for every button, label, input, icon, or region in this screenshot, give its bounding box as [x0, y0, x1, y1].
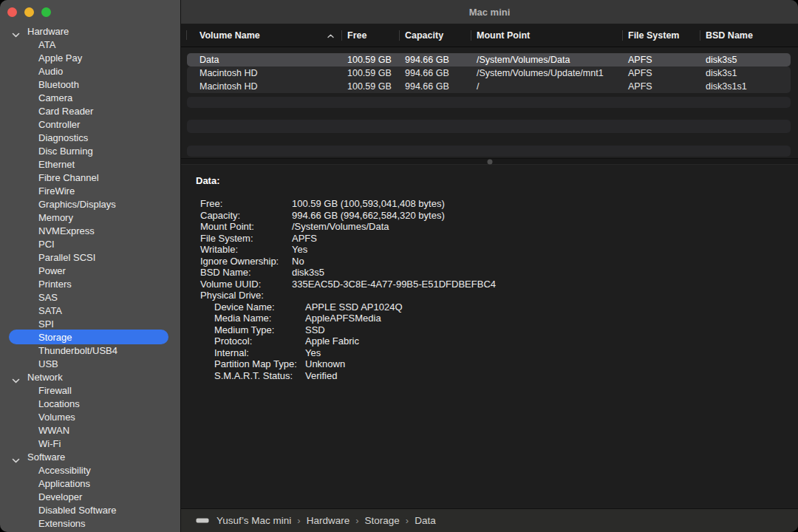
detail-field-value: 335EAC5D-3C8E-4A77-99B5-E51DFDBEFBC4 — [292, 279, 496, 290]
cell-file-system: APFS — [622, 68, 700, 78]
detail-field-value: disk3s5 — [292, 267, 324, 279]
sidebar-item-power[interactable]: Power — [0, 264, 180, 277]
detail-field-value: No — [292, 256, 304, 267]
breadcrumb-item-yusuf-s-mac-mini[interactable]: Yusuf’s Mac mini — [216, 515, 291, 526]
sort-ascending-icon — [327, 30, 334, 41]
sidebar-item-ethernet[interactable]: Ethernet — [0, 157, 180, 171]
breadcrumb-item-data[interactable]: Data — [415, 515, 436, 526]
detail-field-media-name: Media Name:AppleAPFSMedia — [181, 313, 798, 324]
sidebar-item-sas[interactable]: SAS — [0, 290, 180, 304]
detail-field-value: Yes — [292, 244, 307, 256]
sidebar-item-apple-pay[interactable]: Apple Pay — [0, 51, 180, 64]
sidebar-item-wwan[interactable]: WWAN — [0, 423, 180, 437]
sidebar-group-network[interactable]: Network — [0, 370, 180, 383]
sidebar-item-memory[interactable]: Memory — [0, 211, 180, 224]
sidebar-item-ata[interactable]: ATA — [0, 38, 180, 51]
path-bar: Yusuf’s Mac mini›Hardware›Storage›Data — [181, 508, 798, 532]
breadcrumb-item-hardware[interactable]: Hardware — [307, 515, 350, 526]
sidebar-group-hardware[interactable]: Hardware — [0, 24, 180, 38]
sidebar-item-extensions[interactable]: Extensions — [0, 516, 180, 530]
breadcrumb: Yusuf’s Mac mini›Hardware›Storage›Data — [216, 515, 436, 526]
zoom-button[interactable] — [41, 7, 51, 17]
chevron-down-icon — [12, 29, 20, 34]
sidebar-item-sata[interactable]: SATA — [0, 304, 180, 317]
detail-field-protocol: Protocol:Apple Fabric — [181, 335, 798, 347]
detail-field-label: Partition Map Type: — [214, 358, 305, 370]
detail-field-label: Free: — [200, 198, 292, 210]
sidebar-item-printers[interactable]: Printers — [0, 277, 180, 290]
splitter-handle-icon — [487, 159, 492, 164]
sidebar-item-card-reader[interactable]: Card Reader — [0, 104, 180, 117]
breadcrumb-item-storage[interactable]: Storage — [365, 515, 400, 526]
table-row-macintosh-hd-disk3s1[interactable]: Macintosh HD100.59 GB994.66 GB/System/Vo… — [187, 66, 791, 80]
details-title: Data: — [196, 175, 798, 186]
sidebar-item-audio[interactable]: Audio — [0, 64, 180, 78]
sidebar-item-volumes[interactable]: Volumes — [0, 410, 180, 423]
column-header-mount-point[interactable]: Mount Point — [471, 24, 622, 47]
cell-mount-point: /System/Volumes/Update/mnt1 — [471, 68, 622, 78]
detail-field-value: Verified — [305, 370, 337, 382]
detail-field-value: Apple Fabric — [305, 335, 359, 347]
table-row-data-disk3s5[interactable]: Data100.59 GB994.66 GB/System/Volumes/Da… — [187, 53, 791, 66]
close-button[interactable] — [7, 7, 17, 17]
sidebar: HardwareATAApple PayAudioBluetoothCamera… — [0, 0, 181, 532]
sidebar-item-graphics-displays[interactable]: Graphics/Displays — [0, 197, 180, 211]
cell-bsd-name: disk3s1 — [700, 68, 791, 78]
sidebar-item-disc-burning[interactable]: Disc Burning — [0, 144, 180, 157]
column-header-free[interactable]: Free — [341, 24, 399, 47]
detail-field-label: BSD Name: — [200, 267, 292, 279]
minimize-button[interactable] — [24, 7, 34, 17]
window-titlebar[interactable]: Mac mini — [181, 0, 798, 24]
sidebar-nav: HardwareATAApple PayAudioBluetoothCamera… — [0, 24, 180, 530]
detail-field-writable: Writable:Yes — [181, 244, 798, 256]
detail-field-label: Physical Drive: — [200, 290, 292, 301]
column-header-file-system[interactable]: File System — [622, 24, 700, 47]
detail-field-label: Writable: — [200, 244, 292, 256]
sidebar-item-fibre-channel[interactable]: Fibre Channel — [0, 171, 180, 184]
sidebar-item-firewall[interactable]: Firewall — [0, 383, 180, 397]
cell-volume-name: Macintosh HD — [187, 81, 341, 92]
details-pane: Data: Free:100.59 GB (100,593,041,408 by… — [181, 165, 798, 508]
detail-field-internal: Internal:Yes — [181, 347, 798, 359]
detail-field-label: Internal: — [214, 347, 305, 359]
sidebar-item-thunderbolt-usb4[interactable]: Thunderbolt/USB4 — [0, 344, 180, 357]
breadcrumb-separator: › — [406, 515, 409, 526]
table-row-macintosh-hd-disk3s1s1[interactable]: Macintosh HD100.59 GB994.66 GB/APFSdisk3… — [187, 80, 791, 93]
cell-free: 100.59 GB — [341, 81, 399, 92]
sidebar-item-accessibility[interactable]: Accessibility — [0, 463, 180, 477]
main-pane: Mac mini Volume NameFreeCapacityMount Po… — [181, 0, 798, 532]
column-header-bsd-name[interactable]: BSD Name — [700, 24, 798, 47]
sidebar-item-parallel-scsi[interactable]: Parallel SCSI — [0, 250, 180, 264]
sidebar-item-disabled-software[interactable]: Disabled Software — [0, 503, 180, 516]
pane-splitter[interactable] — [181, 158, 798, 165]
sidebar-item-applications[interactable]: Applications — [0, 477, 180, 490]
table-header: Volume NameFreeCapacityMount PointFile S… — [181, 24, 798, 47]
detail-field-label: Mount Point: — [200, 221, 292, 233]
cell-free: 100.59 GB — [341, 55, 399, 65]
cell-mount-point: / — [471, 81, 622, 92]
sidebar-group-software[interactable]: Software — [0, 450, 180, 463]
sidebar-item-diagnostics[interactable]: Diagnostics — [0, 131, 180, 144]
sidebar-item-controller[interactable]: Controller — [0, 117, 180, 131]
column-header-volume-name[interactable]: Volume Name — [187, 24, 341, 47]
empty-row-stripe — [187, 146, 791, 157]
cell-volume-name: Macintosh HD — [187, 68, 341, 78]
sidebar-item-spi[interactable]: SPI — [0, 317, 180, 330]
detail-field-partition-map-type: Partition Map Type:Unknown — [181, 358, 798, 370]
sidebar-item-pci[interactable]: PCI — [0, 237, 180, 250]
empty-row-stripe — [187, 120, 791, 133]
sidebar-item-camera[interactable]: Camera — [0, 91, 180, 104]
sidebar-item-nvmexpress[interactable]: NVMExpress — [0, 224, 180, 237]
sidebar-item-storage[interactable]: Storage — [0, 330, 180, 344]
detail-field-file-system: File System:APFS — [181, 233, 798, 245]
sidebar-item-usb[interactable]: USB — [0, 357, 180, 370]
detail-field-label: Capacity: — [200, 210, 292, 222]
detail-field-bsd-name: BSD Name:disk3s5 — [181, 267, 798, 279]
column-header-capacity[interactable]: Capacity — [399, 24, 471, 47]
detail-field-physical-drive: Physical Drive: — [181, 290, 798, 301]
sidebar-item-developer[interactable]: Developer — [0, 490, 180, 503]
sidebar-item-bluetooth[interactable]: Bluetooth — [0, 78, 180, 91]
sidebar-item-wi-fi[interactable]: Wi-Fi — [0, 437, 180, 450]
sidebar-item-locations[interactable]: Locations — [0, 397, 180, 410]
sidebar-item-firewire[interactable]: FireWire — [0, 184, 180, 197]
